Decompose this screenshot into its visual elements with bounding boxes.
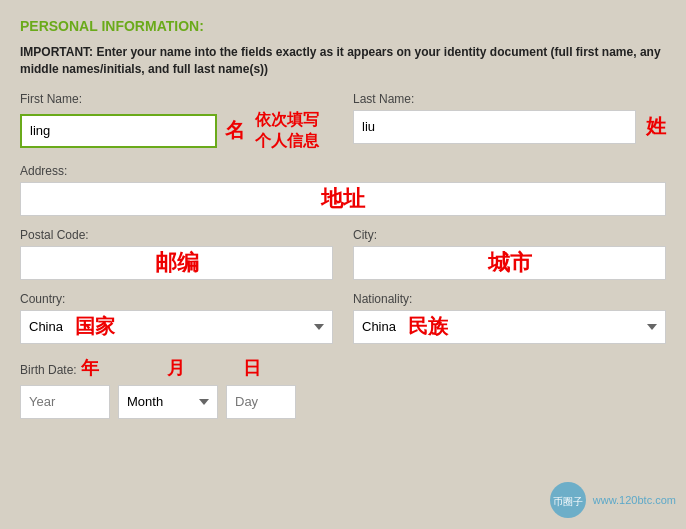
birth-month-select[interactable]: Month January February March April May J…	[118, 385, 218, 419]
first-name-input[interactable]	[20, 114, 217, 148]
birth-day-cn: 日	[243, 356, 261, 380]
last-name-input[interactable]	[353, 110, 636, 144]
address-input[interactable]	[20, 182, 666, 216]
postal-code-label: Postal Code:	[20, 228, 333, 242]
last-name-cn-label: 姓	[646, 113, 666, 140]
section-title: PERSONAL INFORMATION:	[20, 18, 666, 34]
birth-year-cn: 年	[81, 356, 99, 380]
country-label: Country:	[20, 292, 333, 306]
nationality-label: Nationality:	[353, 292, 666, 306]
address-label: Address:	[20, 164, 666, 178]
watermark: 币圈子 www.120btc.com	[549, 481, 676, 519]
birth-date-label: Birth Date:	[20, 363, 77, 377]
birth-day-input[interactable]	[226, 385, 296, 419]
watermark-logo-icon: 币圈子	[549, 481, 587, 519]
birth-year-input[interactable]	[20, 385, 110, 419]
watermark-url: www.120btc.com	[593, 494, 676, 506]
first-name-cn-note: 依次填写个人信息	[255, 110, 333, 152]
country-select[interactable]: China United States United Kingdom Japan…	[20, 310, 333, 344]
important-note: IMPORTANT: Enter your name into the fiel…	[20, 44, 666, 78]
city-label: City:	[353, 228, 666, 242]
last-name-label: Last Name:	[353, 92, 666, 106]
birth-month-cn: 月	[167, 356, 185, 380]
first-name-cn-label: 名	[225, 117, 245, 144]
city-input[interactable]	[353, 246, 666, 280]
postal-code-input[interactable]	[20, 246, 333, 280]
first-name-label: First Name:	[20, 92, 333, 106]
svg-text:币圈子: 币圈子	[553, 496, 583, 507]
nationality-select[interactable]: China United States United Kingdom Japan…	[353, 310, 666, 344]
